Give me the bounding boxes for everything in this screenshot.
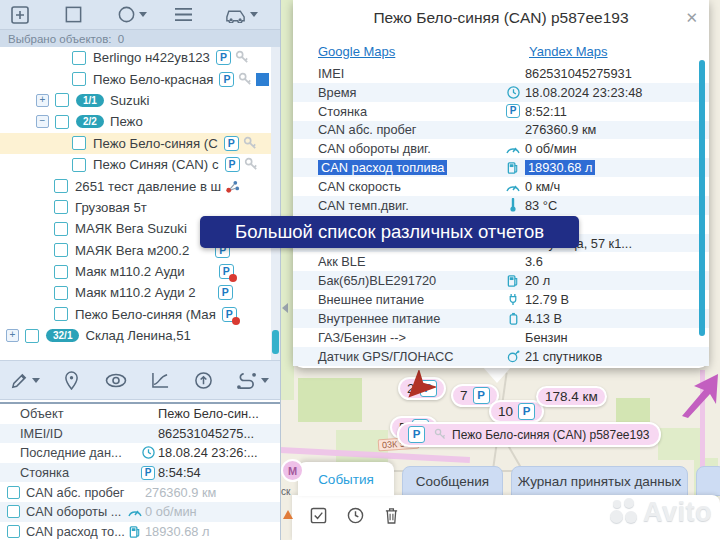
checkbox[interactable]: [7, 505, 20, 518]
checkbox[interactable]: [54, 243, 68, 257]
tab-partial[interactable]: [696, 466, 720, 496]
row-value: 83 °C: [525, 198, 709, 213]
expander-icon[interactable]: +: [6, 329, 19, 342]
select-circle-icon[interactable]: [117, 2, 147, 28]
select-all-checkbox-icon[interactable]: [310, 505, 327, 525]
tree-item-mayak-m110-audi[interactable]: Маяк м110.2 Ауди P: [0, 261, 271, 282]
edit-icon[interactable]: [10, 367, 40, 393]
expander-icon[interactable]: +: [36, 94, 49, 107]
checkbox[interactable]: [72, 72, 86, 86]
tree-item-gruzovaya[interactable]: Грузовая 5т: [0, 197, 271, 218]
chart-icon[interactable]: [151, 367, 170, 393]
detail-row-object: Объект Пежо Бело-син...: [0, 404, 280, 424]
list-view-icon[interactable]: [173, 2, 194, 28]
tree-item-2651-test[interactable]: 2651 тест давление в ш: [0, 175, 271, 196]
detail-value: 0 об/мин: [145, 504, 280, 519]
popup-scrollbar[interactable]: [699, 60, 705, 336]
vehicle-tooltip[interactable]: P Пежо Бело-синяя (CAN) р587ее193: [397, 422, 661, 447]
tree-item-pezho-belo-sinyaya[interactable]: Пежо Бело-синяя (С P: [0, 133, 271, 154]
gauge-icon: [501, 143, 525, 154]
fuel-icon: [125, 525, 145, 538]
tree-group-sklad-lenina[interactable]: + 32/1 Склад Ленина,51: [0, 325, 271, 346]
tab-data-log[interactable]: Журнал принятых данных: [511, 466, 688, 496]
tab-messages[interactable]: Сообщения: [402, 466, 503, 496]
annotation-banner-text: Большой список различных отчетов: [235, 221, 544, 243]
parking-badge-icon: P: [501, 104, 525, 118]
avito-logo-icon: [610, 498, 640, 528]
tree-item-label: 2651 тест давление в ш: [75, 179, 221, 194]
battery-icon: [501, 312, 525, 325]
tab-events[interactable]: События: [298, 462, 394, 496]
time-filter-icon[interactable]: [347, 505, 364, 525]
row-label: Время: [293, 85, 501, 100]
panel-collapse-arrow[interactable]: [282, 303, 288, 313]
detail-label: Объект: [0, 406, 138, 421]
tree-group-suzuki[interactable]: + 1/1 Suzuki: [0, 90, 271, 111]
checkbox[interactable]: [54, 200, 68, 214]
popup-row-fuel-consumption: CAN расход топлива 18930.68 л: [293, 158, 709, 177]
parking-badge-icon: P: [218, 285, 233, 300]
checkbox[interactable]: [55, 115, 69, 129]
map-street-text: ск: [281, 486, 290, 497]
add-object-icon[interactable]: [10, 2, 30, 28]
metro-marker[interactable]: М: [281, 459, 304, 482]
row-value: 18.08.2024 23:23:48: [525, 85, 709, 100]
tree-item-label: Склад Ленина,51: [85, 328, 190, 343]
checkbox[interactable]: [7, 486, 20, 499]
route-icon[interactable]: [235, 367, 269, 393]
trash-icon[interactable]: [384, 505, 399, 525]
tree-item-pezho-belo-krasnaya[interactable]: Пежо Бело-красная P: [0, 68, 271, 89]
expander-icon[interactable]: −: [36, 115, 49, 128]
yandex-maps-link[interactable]: Yandex Maps: [529, 44, 608, 59]
location-pin-icon[interactable]: [64, 367, 79, 393]
popup-title: Пежо Бело-синяя (CAN) р587ее193: [293, 9, 709, 27]
checkbox[interactable]: [55, 93, 69, 107]
checkbox[interactable]: [7, 525, 20, 538]
detail-row-can-fuel: CAN расход то... 18930.68 л: [0, 522, 280, 540]
cluster-pill-10[interactable]: 10 P: [489, 400, 544, 423]
row-value: 0 км/ч: [525, 179, 709, 194]
checkbox[interactable]: [25, 329, 39, 343]
power-plug-icon: [501, 293, 525, 306]
bottom-panel: Сообщения Журнал принятых данных Avito С…: [292, 462, 720, 540]
checkbox[interactable]: [72, 136, 86, 150]
row-label: Внутреннее питание: [293, 311, 501, 326]
parking-badge-icon: P: [473, 387, 490, 404]
select-area-icon[interactable]: [64, 2, 83, 28]
google-maps-link[interactable]: Google Maps: [318, 44, 395, 59]
parking-badge-icon: P: [138, 466, 158, 480]
checkbox[interactable]: [54, 286, 68, 300]
tree-item-label: Маяк м110.2 Ауди 2: [75, 285, 196, 300]
checkbox[interactable]: [72, 51, 86, 65]
tree-item-mayak-m110-audi-2[interactable]: Маяк м110.2 Ауди 2 P: [0, 282, 271, 303]
parking-badge-icon: P: [518, 403, 535, 420]
tree-item-pezho-belo-sinyaya-mayak[interactable]: Пежо Бело-синяя (Мая P: [0, 304, 271, 325]
gauge-icon: [501, 181, 525, 192]
tree-group-pezho[interactable]: − 2/2 Пежо: [0, 111, 271, 132]
fuel-icon: [501, 161, 525, 174]
row-value: 18930.68 л: [525, 160, 709, 175]
row-label: Акк BLE: [293, 254, 501, 269]
detail-value: 18930.68 л: [145, 524, 280, 539]
close-icon[interactable]: ✕: [685, 9, 698, 27]
checkbox[interactable]: [54, 265, 68, 279]
tree-item-berlingo[interactable]: Berlingo н422ув123 P: [0, 47, 271, 68]
send-command-icon[interactable]: [194, 367, 213, 393]
map-links: Google Maps Yandex Maps: [293, 44, 709, 62]
visibility-eye-icon[interactable]: [105, 367, 127, 393]
tree-item-label: Berlingo н422ув123: [93, 50, 210, 65]
tree-scrollbar-thumb[interactable]: [272, 330, 279, 354]
vehicle-filter-icon[interactable]: [224, 2, 258, 28]
gauge-icon: [125, 506, 145, 517]
checkbox[interactable]: [54, 222, 68, 236]
checkbox[interactable]: [72, 158, 86, 172]
tree-scrollbar[interactable]: [271, 47, 280, 360]
vehicle-info-popup: Пежо Бело-синяя (CAN) р587ее193 ✕ Google…: [293, 0, 709, 368]
popup-row-rpm: CAN обороты двиг. 0 об/мин: [293, 139, 709, 158]
tree-item-pezho-sinyaya[interactable]: Пежо Синяя (CAN) с P: [0, 154, 271, 175]
checkbox[interactable]: [54, 179, 68, 193]
distance-pill[interactable]: 178.4 км: [536, 386, 607, 407]
row-value: 12.79 В: [525, 292, 709, 307]
checkbox[interactable]: [54, 307, 68, 321]
row-label: CAN скорость: [293, 179, 501, 194]
